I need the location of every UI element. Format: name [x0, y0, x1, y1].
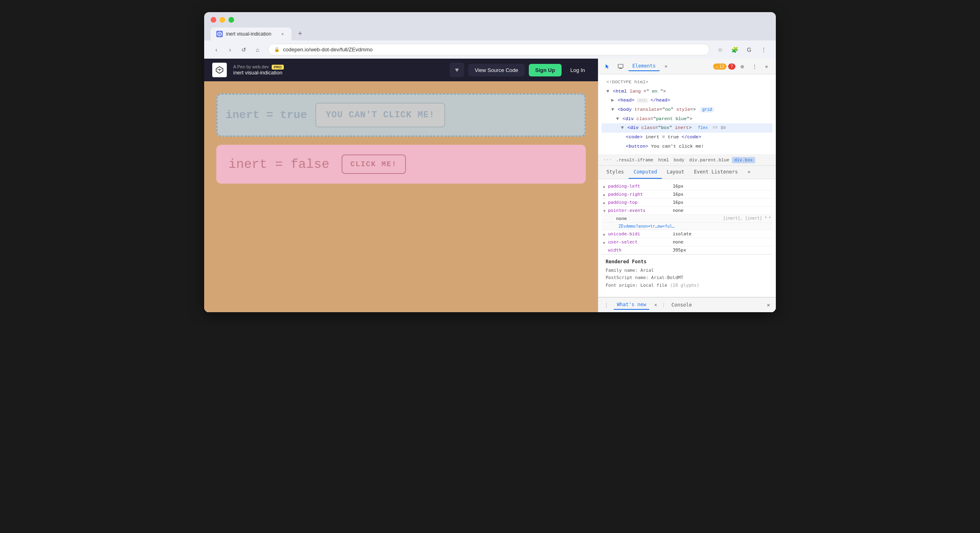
breadcrumb-html[interactable]: html	[656, 157, 671, 163]
device-mode-button[interactable]	[615, 61, 626, 72]
heart-button[interactable]: ♥	[450, 63, 464, 77]
tab-close-button[interactable]: ×	[279, 31, 286, 37]
browser-content: A Pen by web.dev PRO inert visual-indica…	[204, 59, 776, 312]
rendered-fonts-section: Rendered Fonts Family name: Arial PostSc…	[602, 254, 773, 294]
warning-count: 13	[719, 64, 724, 69]
devtools-close-button[interactable]: ×	[761, 61, 772, 72]
dom-line-parent-div[interactable]: ▼ <div class="parent blue">	[602, 114, 773, 124]
more-devtools-tabs[interactable]: »	[661, 62, 672, 71]
error-badge: 7	[728, 63, 735, 70]
style-row-padding-left: ▶ padding-left 16px	[602, 182, 773, 190]
breadcrumb-iframe[interactable]: .result-iframe	[614, 157, 656, 163]
event-listeners-tab[interactable]: Event Listeners	[689, 166, 743, 179]
devtools-panel: Elements » ⚠ 13 7 ⚙ ⋮ ×	[598, 59, 776, 312]
minimize-traffic-light[interactable]	[220, 17, 225, 23]
forward-button[interactable]: ›	[224, 44, 236, 55]
svg-rect-7	[619, 68, 622, 69]
dom-line-doctype: <!DOCTYPE html>	[602, 78, 773, 87]
style-row-padding-top: ▶ padding-top 16px	[602, 199, 773, 207]
breadcrumb-parent-div[interactable]: div.parent.blue	[687, 157, 732, 163]
address-bar: ‹ › ↺ ⌂ 🔒 codepen.io/web-dot-dev/full/ZE…	[204, 40, 776, 59]
breadcrumb-more[interactable]: ···	[602, 157, 614, 164]
style-source-link[interactable]: ZEvdmmo?anon=tr…ew=fullpage:30	[619, 224, 675, 228]
url-text: codepen.io/web-dot-dev/full/ZEvdmmo	[283, 47, 703, 53]
toolbar-right: ☆ 🧩 G ⋮	[714, 44, 769, 55]
url-bar[interactable]: 🔒 codepen.io/web-dot-dev/full/ZEvdmmo	[268, 44, 710, 55]
pen-author: A Pen by web.dev	[233, 64, 269, 69]
expand-icon[interactable]: ▶	[603, 184, 608, 189]
panel-tabs: Styles Computed Layout Event Listeners »	[598, 166, 776, 179]
devtools-toolbar-right: ⚠ 13 7 ⚙ ⋮ ×	[713, 61, 772, 72]
expand-icon[interactable]: ▼	[603, 208, 608, 213]
whats-new-tab[interactable]: What's new	[614, 300, 649, 310]
style-row-padding-right: ▶ padding-right 16px	[602, 190, 773, 199]
elements-tab[interactable]: Elements	[628, 61, 660, 71]
inert-true-container: inert = true YOU CAN'T CLICK ME!	[216, 93, 586, 137]
dom-line-html[interactable]: ▼ <html lang =" en ">	[602, 87, 773, 96]
browser-window: inert visual-indication × + ‹ › ↺ ⌂ 🔒 co…	[204, 12, 776, 312]
dom-line-body[interactable]: ▼ <body translate="no" style=> grid	[602, 105, 773, 114]
extensions-button[interactable]: 🧩	[729, 44, 740, 55]
style-row-pointer-events: ▼ pointer-events none	[602, 207, 773, 215]
more-panel-tabs[interactable]: »	[743, 166, 755, 179]
demo-area: inert = true YOU CAN'T CLICK ME! inert =…	[204, 81, 598, 312]
dom-line-box-div[interactable]: ▼ <div class="box" inert> flex == $0	[602, 123, 773, 133]
close-traffic-light[interactable]	[211, 17, 216, 23]
tab-favicon	[216, 31, 223, 37]
pro-badge: PRO	[272, 65, 284, 70]
breadcrumb-body[interactable]: body	[671, 157, 686, 163]
font-postscript: PostScript name: Arial-BoldMT	[606, 274, 769, 282]
expand-icon[interactable]: ▶	[603, 192, 608, 197]
inert-true-label: inert = true	[226, 109, 307, 121]
whats-new-close[interactable]: ×	[653, 301, 659, 309]
svg-rect-6	[618, 64, 623, 68]
devtools-bottom-bar: ⋮ What's new × | Console ×	[598, 297, 776, 312]
console-tab[interactable]: Console	[668, 300, 695, 309]
bookmark-button[interactable]: ☆	[714, 44, 726, 55]
breadcrumb-box-div[interactable]: div.box	[732, 157, 755, 163]
layout-tab[interactable]: Layout	[662, 166, 689, 179]
new-tab-button[interactable]: +	[293, 27, 307, 40]
dom-tree: <!DOCTYPE html> ▼ <html lang =" en "> ▶ …	[598, 74, 776, 155]
login-button[interactable]: Log In	[566, 64, 590, 76]
home-button[interactable]: ⌂	[252, 44, 263, 55]
devtools-settings-button[interactable]: ⚙	[737, 61, 748, 72]
style-row-width: ▶ width 395px	[602, 246, 773, 254]
warning-badge: ⚠ 13	[713, 63, 727, 70]
back-button[interactable]: ‹	[211, 44, 222, 55]
dom-line-head[interactable]: ▶ <head> ··· </head>	[602, 96, 773, 105]
expand-icon[interactable]: ▶	[603, 239, 608, 245]
expand-icon[interactable]: ▶	[603, 231, 608, 237]
font-family: Family name: Arial	[606, 267, 769, 275]
codepen-area: A Pen by web.dev PRO inert visual-indica…	[204, 59, 598, 312]
signup-button[interactable]: Sign Up	[529, 64, 562, 76]
expand-icon[interactable]: ▶	[603, 200, 608, 205]
refresh-button[interactable]: ↺	[238, 44, 249, 55]
active-tab[interactable]: inert visual-indication ×	[211, 27, 291, 40]
click-me-button[interactable]: CLICK ME!	[342, 154, 406, 174]
style-subrow-pointer-events: none [inert], [inert] * *	[602, 215, 773, 223]
rendered-fonts-title: Rendered Fonts	[606, 259, 769, 264]
cant-click-button: YOU CAN'T CLICK ME!	[315, 103, 446, 127]
tab-separator: |	[662, 302, 665, 308]
style-source-row: ZEvdmmo?anon=tr…ew=fullpage:30	[602, 223, 773, 230]
devtools-more-button[interactable]: ⋮	[749, 61, 760, 72]
bottom-more-button[interactable]: ⋮	[602, 301, 610, 309]
maximize-traffic-light[interactable]	[228, 17, 234, 23]
error-count: 7	[731, 64, 733, 69]
devtools-tabs: Elements »	[628, 61, 711, 71]
pen-info: A Pen by web.dev PRO inert visual-indica…	[233, 64, 284, 76]
styles-tab[interactable]: Styles	[602, 166, 629, 179]
cursor-tool-button[interactable]	[602, 61, 613, 72]
google-account-button[interactable]: G	[743, 44, 755, 55]
bottom-close-button[interactable]: ×	[765, 301, 772, 309]
browser-menu-button[interactable]: ⋮	[758, 44, 769, 55]
font-origin: Font origin: Local file (18 glyphs)	[606, 282, 769, 290]
devtools-toolbar: Elements » ⚠ 13 7 ⚙ ⋮ ×	[598, 59, 776, 74]
warning-icon: ⚠	[716, 64, 718, 69]
tab-bar: inert visual-indication × +	[211, 27, 769, 40]
url-security-icon: 🔒	[274, 47, 280, 52]
pen-title: inert visual-indication	[233, 70, 284, 76]
view-source-button[interactable]: View Source Code	[468, 64, 524, 76]
computed-tab[interactable]: Computed	[629, 166, 662, 179]
